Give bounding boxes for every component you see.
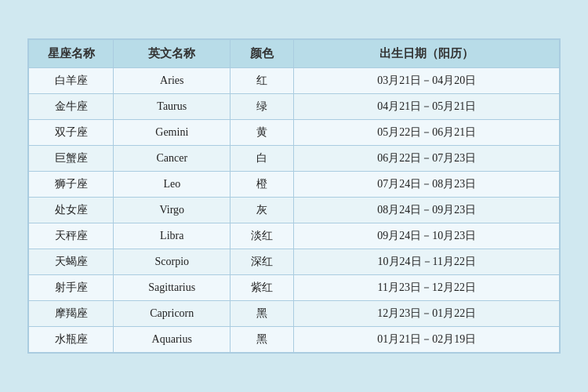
cell-color: 橙	[230, 172, 294, 198]
table-row: 天秤座Libra淡红09月24日－10月23日	[29, 223, 560, 249]
cell-date: 09月24日－10月23日	[294, 223, 560, 249]
cell-chinese: 处女座	[29, 198, 114, 223]
cell-color: 紫红	[230, 275, 294, 301]
cell-chinese: 摩羯座	[29, 301, 114, 327]
cell-english: Virgo	[114, 198, 230, 223]
cell-chinese: 狮子座	[29, 172, 114, 198]
cell-color: 绿	[230, 94, 294, 120]
cell-chinese: 天蝎座	[29, 249, 114, 275]
header-color: 颜色	[230, 40, 294, 68]
cell-english: Sagittarius	[114, 275, 230, 301]
table-row: 水瓶座Aquarius黑01月21日－02月19日	[29, 327, 560, 353]
cell-color: 黑	[230, 301, 294, 327]
cell-english: Aquarius	[114, 327, 230, 353]
header-date: 出生日期（阳历）	[294, 40, 560, 68]
header-chinese: 星座名称	[29, 40, 114, 68]
zodiac-table: 星座名称 英文名称 颜色 出生日期（阳历） 白羊座Aries红03月21日－04…	[28, 39, 560, 353]
table-header-row: 星座名称 英文名称 颜色 出生日期（阳历）	[29, 40, 560, 68]
cell-chinese: 金牛座	[29, 94, 114, 120]
cell-color: 红	[230, 68, 294, 94]
cell-date: 03月21日－04月20日	[294, 68, 560, 94]
cell-color: 灰	[230, 198, 294, 223]
table-row: 射手座Sagittarius紫红11月23日－12月22日	[29, 275, 560, 301]
table-row: 狮子座Leo橙07月24日－08月23日	[29, 172, 560, 198]
table-row: 处女座Virgo灰08月24日－09月23日	[29, 198, 560, 223]
cell-date: 01月21日－02月19日	[294, 327, 560, 353]
cell-color: 深红	[230, 249, 294, 275]
table-row: 白羊座Aries红03月21日－04月20日	[29, 68, 560, 94]
zodiac-table-container: 星座名称 英文名称 颜色 出生日期（阳历） 白羊座Aries红03月21日－04…	[27, 38, 561, 354]
table-row: 金牛座Taurus绿04月21日－05月21日	[29, 94, 560, 120]
cell-chinese: 射手座	[29, 275, 114, 301]
cell-english: Aries	[114, 68, 230, 94]
cell-date: 07月24日－08月23日	[294, 172, 560, 198]
table-row: 双子座Gemini黄05月22日－06月21日	[29, 120, 560, 146]
cell-date: 05月22日－06月21日	[294, 120, 560, 146]
table-row: 天蝎座Scorpio深红10月24日－11月22日	[29, 249, 560, 275]
cell-english: Leo	[114, 172, 230, 198]
cell-chinese: 巨蟹座	[29, 146, 114, 172]
cell-english: Taurus	[114, 94, 230, 120]
table-body: 白羊座Aries红03月21日－04月20日金牛座Taurus绿04月21日－0…	[29, 68, 560, 353]
table-row: 摩羯座Capricorn黑12月23日－01月22日	[29, 301, 560, 327]
cell-color: 白	[230, 146, 294, 172]
cell-chinese: 水瓶座	[29, 327, 114, 353]
cell-chinese: 双子座	[29, 120, 114, 146]
cell-date: 12月23日－01月22日	[294, 301, 560, 327]
table-row: 巨蟹座Cancer白06月22日－07月23日	[29, 146, 560, 172]
cell-color: 黑	[230, 327, 294, 353]
cell-date: 08月24日－09月23日	[294, 198, 560, 223]
header-english: 英文名称	[114, 40, 230, 68]
cell-date: 04月21日－05月21日	[294, 94, 560, 120]
cell-chinese: 天秤座	[29, 223, 114, 249]
cell-english: Scorpio	[114, 249, 230, 275]
cell-date: 10月24日－11月22日	[294, 249, 560, 275]
cell-color: 黄	[230, 120, 294, 146]
cell-color: 淡红	[230, 223, 294, 249]
cell-english: Capricorn	[114, 301, 230, 327]
cell-english: Cancer	[114, 146, 230, 172]
cell-chinese: 白羊座	[29, 68, 114, 94]
cell-english: Libra	[114, 223, 230, 249]
cell-date: 06月22日－07月23日	[294, 146, 560, 172]
cell-english: Gemini	[114, 120, 230, 146]
cell-date: 11月23日－12月22日	[294, 275, 560, 301]
